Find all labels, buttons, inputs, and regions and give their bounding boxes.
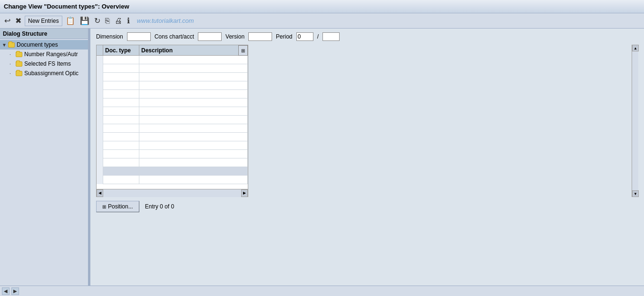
table-cell-doc-type: [103, 107, 139, 116]
title-text: Change View "Document types": Overview: [4, 3, 129, 10]
status-scroll-left[interactable]: ◀: [2, 287, 10, 295]
table-cell-description: [139, 116, 248, 124]
table-cell-doc-type: [103, 133, 139, 141]
table-row[interactable]: [97, 150, 248, 158]
table-cell-description: [139, 124, 248, 133]
row-selector[interactable]: [97, 176, 103, 184]
row-selector[interactable]: [97, 81, 103, 90]
toolbar: ↩ ✖ New Entries 📋 💾 ↻ ⎘ 🖨 ℹ www.tutorial…: [0, 13, 644, 29]
sidebar-tree: ▼ Document types · Number Ranges/Autr · …: [0, 39, 88, 286]
table-row[interactable]: [97, 107, 248, 116]
table-cell-doc-type: [103, 73, 139, 81]
row-selector[interactable]: [97, 64, 103, 73]
table-row[interactable]: [97, 116, 248, 124]
table-cell-doc-type: [103, 81, 139, 90]
row-selector[interactable]: [97, 99, 103, 107]
table-scrollbar-horizontal: ◀ ▶: [97, 189, 248, 197]
table-cell-description: [139, 158, 248, 167]
back-button[interactable]: ↩: [3, 16, 12, 26]
table-cell-doc-type: [103, 99, 139, 107]
row-selector[interactable]: [97, 158, 103, 167]
scroll-down-button[interactable]: ▼: [632, 190, 639, 197]
sidebar-item-document-types[interactable]: ▼ Document types: [0, 40, 88, 49]
period-label: Period: [276, 33, 293, 40]
col-header-description-label: Description: [141, 47, 173, 54]
clipboard-button[interactable]: ⎘: [104, 16, 111, 26]
table-row[interactable]: [97, 141, 248, 150]
table-row[interactable]: [97, 81, 248, 90]
row-selector[interactable]: [97, 150, 103, 158]
sidebar-item-number-ranges[interactable]: · Number Ranges/Autr: [0, 49, 88, 59]
position-button[interactable]: ⊞ Position...: [96, 201, 139, 212]
tree-dot-2: ·: [10, 61, 15, 67]
period-input-2[interactable]: [322, 32, 340, 41]
cons-chart-input[interactable]: [198, 32, 222, 41]
table-cell-description: [139, 99, 248, 107]
copy-button[interactable]: 📋: [64, 16, 77, 26]
row-selector[interactable]: [97, 107, 103, 116]
exit-button[interactable]: ✖: [14, 16, 23, 26]
row-selector[interactable]: [97, 73, 103, 81]
folder-icon-2: [15, 51, 23, 58]
table-row[interactable]: [97, 167, 248, 176]
table-cell-doc-type: [103, 158, 139, 167]
status-bar: ◀ ▶: [0, 286, 644, 296]
watermark: www.tutorialkart.com: [137, 17, 194, 24]
table-row[interactable]: [97, 158, 248, 167]
new-entries-button[interactable]: New Entries: [25, 16, 62, 26]
scroll-track-vertical[interactable]: [632, 51, 638, 190]
table-cell-doc-type: [103, 90, 139, 99]
period-input[interactable]: [296, 32, 313, 41]
table-row[interactable]: [97, 133, 248, 141]
tree-expand-arrow[interactable]: ▼: [2, 42, 8, 48]
config-icon: ⊞: [241, 48, 245, 53]
scroll-left-button[interactable]: ◀: [97, 189, 103, 197]
table-row[interactable]: [97, 124, 248, 133]
table-cell-description: [139, 141, 248, 150]
row-selector[interactable]: [97, 133, 103, 141]
row-selector[interactable]: [97, 167, 103, 176]
row-selector[interactable]: [97, 90, 103, 99]
sidebar-item-subassignment[interactable]: · Subassignment Optic: [0, 69, 88, 78]
table-cell-description: [139, 64, 248, 73]
table-row[interactable]: [97, 64, 248, 73]
table-cell-description: [139, 133, 248, 141]
table-cell-description: [139, 150, 248, 158]
table-row[interactable]: [97, 99, 248, 107]
row-selector[interactable]: [97, 124, 103, 133]
status-scroll-right[interactable]: ▶: [11, 287, 19, 295]
content-area: Dimension Cons chart/acct Version Period…: [90, 29, 644, 296]
version-input[interactable]: [248, 32, 272, 41]
filter-row: Dimension Cons chart/acct Version Period…: [96, 32, 638, 41]
tree-dot: ·: [10, 52, 15, 57]
table-cell-description: [139, 176, 248, 184]
scroll-track-horizontal[interactable]: [103, 189, 241, 197]
save-button[interactable]: 💾: [78, 16, 91, 26]
table-row[interactable]: [97, 176, 248, 184]
table-scrollbar-vertical: ▲ ▼: [632, 45, 638, 197]
refresh-button[interactable]: ↻: [93, 16, 102, 26]
scroll-right-button[interactable]: ▶: [241, 189, 248, 197]
sidebar-item-label-number-ranges: Number Ranges/Autr: [24, 51, 78, 58]
row-selector[interactable]: [97, 116, 103, 124]
table-body: [97, 56, 248, 189]
scroll-up-button[interactable]: ▲: [632, 45, 639, 51]
main-layout: Dialog Structure ▼ Document types · Numb…: [0, 29, 644, 296]
tree-dot-3: ·: [10, 71, 15, 76]
cons-chart-label: Cons chart/acct: [155, 33, 194, 40]
table-cell-doc-type: [103, 124, 139, 133]
sidebar-item-selected-fs[interactable]: · Selected FS Items: [0, 59, 88, 69]
entry-info: Entry 0 of 0: [145, 203, 174, 210]
row-selector[interactable]: [97, 56, 103, 64]
print-button[interactable]: 🖨: [113, 16, 124, 26]
table-row[interactable]: [97, 73, 248, 81]
position-label: Position...: [108, 203, 133, 210]
table-config-button[interactable]: ⊞: [238, 45, 248, 56]
row-selector[interactable]: [97, 141, 103, 150]
info-button[interactable]: ℹ: [126, 16, 131, 26]
table-header: Doc. type Description ⊞: [97, 45, 248, 56]
folder-icon: [8, 41, 15, 48]
table-row[interactable]: [97, 90, 248, 99]
table-row[interactable]: [97, 56, 248, 64]
dimension-input[interactable]: [127, 32, 151, 41]
